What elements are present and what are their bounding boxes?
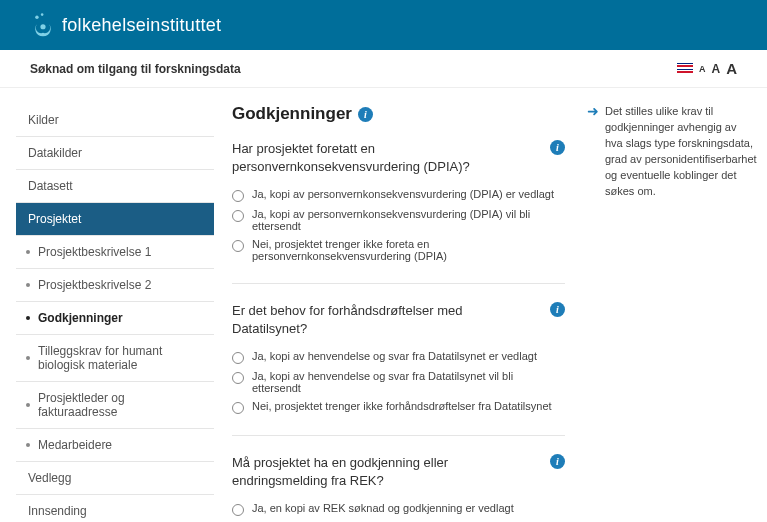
radio-input[interactable] <box>232 402 244 414</box>
page-title: Godkjenninger <box>232 104 352 124</box>
radio-option[interactable]: Ja, kopi av henvendelse og svar fra Data… <box>232 367 565 397</box>
question-text: Må prosjektet ha en godkjenning eller en… <box>232 454 512 489</box>
radio-option[interactable]: Ja, en kopi av REK søknad og godkjenning… <box>232 499 565 519</box>
sidebar-item-medarbeidere[interactable]: Medarbeidere <box>16 429 214 462</box>
sidebar-item-prosjektleder[interactable]: Prosjektleder og fakturaadresse <box>16 382 214 429</box>
sidebar-item-beskrivelse2[interactable]: Prosjektbeskrivelse 2 <box>16 269 214 302</box>
app-header: folkehelseinstituttet <box>0 0 767 50</box>
brand-logo[interactable]: folkehelseinstituttet <box>30 12 221 38</box>
sidebar-item-label: Kilder <box>28 113 59 127</box>
sidebar-item-godkjenninger[interactable]: Godkjenninger <box>16 302 214 335</box>
info-icon[interactable]: i <box>550 454 565 469</box>
option-label: Nei, prosjektet trenger ikke foreta en p… <box>252 238 565 262</box>
subheader: Søknad om tilgang til forskningsdata A A… <box>0 50 767 88</box>
question-text: Er det behov for forhåndsdrøftelser med … <box>232 302 512 337</box>
radio-input[interactable] <box>232 190 244 202</box>
sidebar-item-label: Tilleggskrav for humant biologisk materi… <box>38 344 202 372</box>
svg-point-2 <box>40 24 45 29</box>
svg-point-1 <box>41 13 44 16</box>
sidebar-item-label: Prosjektbeskrivelse 1 <box>38 245 151 259</box>
option-label: Ja, kopi av henvendelse og svar fra Data… <box>252 370 565 394</box>
info-icon[interactable]: i <box>358 107 373 122</box>
option-label: Ja, kopi av personvernkonsekvensvurderin… <box>252 188 554 200</box>
header-tools: A A A <box>677 60 737 77</box>
sidebar-item-label: Prosjektet <box>28 212 81 226</box>
arrow-right-icon: ➜ <box>587 104 599 200</box>
sidebar-item-datasett[interactable]: Datasett <box>16 170 214 203</box>
page-title-row: Godkjenninger i <box>232 104 565 124</box>
radio-input[interactable] <box>232 240 244 252</box>
sidebar-item-innsending[interactable]: Innsending <box>16 495 214 522</box>
brand-name: folkehelseinstituttet <box>62 15 221 36</box>
question-datatilsynet: Er det behov for forhåndsdrøftelser med … <box>232 283 565 435</box>
help-text: Det stilles ulike krav til godkjenninger… <box>605 104 757 200</box>
option-label: Nei, prosjektet trenger ikke forhåndsdrø… <box>252 400 552 412</box>
sidebar-item-label: Godkjenninger <box>38 311 123 325</box>
sidebar-item-tilleggskrav[interactable]: Tilleggskrav for humant biologisk materi… <box>16 335 214 382</box>
radio-input[interactable] <box>232 504 244 516</box>
sidebar-item-datakilder[interactable]: Datakilder <box>16 137 214 170</box>
language-flag-uk-icon[interactable] <box>677 63 693 74</box>
radio-input[interactable] <box>232 372 244 384</box>
radio-option[interactable]: Nei, prosjektet trenger ikke foreta en p… <box>232 235 565 265</box>
radio-option[interactable]: Nei, prosjektet trenger ikke forhåndsdrø… <box>232 397 565 417</box>
sidebar-item-vedlegg[interactable]: Vedlegg <box>16 462 214 495</box>
sidebar-item-label: Vedlegg <box>28 471 71 485</box>
fhi-logo-icon <box>30 12 56 38</box>
info-icon[interactable]: i <box>550 140 565 155</box>
sidebar-item-label: Datakilder <box>28 146 82 160</box>
option-label: Ja, en kopi av REK søknad og godkjenning… <box>252 502 514 514</box>
question-dpia: Har prosjektet foretatt en personvernkon… <box>232 134 565 283</box>
sidebar-item-label: Prosjektleder og fakturaadresse <box>38 391 202 419</box>
main-layout: Kilder Datakilder Datasett Prosjektet Pr… <box>0 88 767 522</box>
sidebar-item-label: Datasett <box>28 179 73 193</box>
font-size-small[interactable]: A <box>699 64 706 74</box>
info-icon[interactable]: i <box>550 302 565 317</box>
help-panel: ➜ Det stilles ulike krav til godkjenning… <box>587 104 757 200</box>
font-size-large[interactable]: A <box>726 60 737 77</box>
radio-option[interactable]: Ja, kopi av personvernkonsekvensvurderin… <box>232 185 565 205</box>
sidebar-nav: Kilder Datakilder Datasett Prosjektet Pr… <box>16 104 214 522</box>
sidebar-item-prosjektet[interactable]: Prosjektet <box>16 203 214 236</box>
option-label: Ja, kopi av personvernkonsekvensvurderin… <box>252 208 565 232</box>
option-label: Ja, kopi av henvendelse og svar fra Data… <box>252 350 537 362</box>
radio-option[interactable]: Ja, kopi av henvendelse og svar fra Data… <box>232 347 565 367</box>
radio-option[interactable]: Ja, kopi av personvernkonsekvensvurderin… <box>232 205 565 235</box>
sidebar-item-label: Innsending <box>28 504 87 518</box>
sidebar-item-kilder[interactable]: Kilder <box>16 104 214 137</box>
sidebar-item-beskrivelse1[interactable]: Prosjektbeskrivelse 1 <box>16 236 214 269</box>
svg-point-0 <box>35 15 38 18</box>
main-content: Godkjenninger i Har prosjektet foretatt … <box>232 104 569 522</box>
question-rek: Må prosjektet ha en godkjenning eller en… <box>232 435 565 522</box>
question-text: Har prosjektet foretatt en personvernkon… <box>232 140 512 175</box>
page-context-title: Søknad om tilgang til forskningsdata <box>30 62 241 76</box>
radio-input[interactable] <box>232 352 244 364</box>
sidebar-item-label: Prosjektbeskrivelse 2 <box>38 278 151 292</box>
font-size-medium[interactable]: A <box>711 62 720 76</box>
radio-input[interactable] <box>232 210 244 222</box>
sidebar-item-label: Medarbeidere <box>38 438 112 452</box>
